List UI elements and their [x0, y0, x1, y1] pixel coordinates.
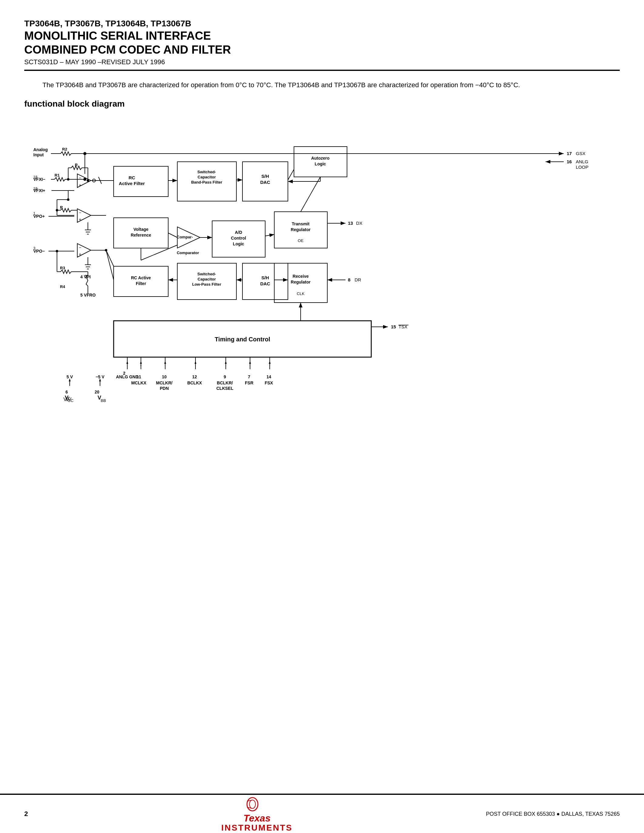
svg-text:DAC: DAC	[260, 281, 270, 286]
svg-point-76	[56, 250, 58, 252]
svg-text:Voltage: Voltage	[134, 227, 148, 232]
svg-text:Timing and Control: Timing and Control	[215, 336, 270, 343]
footer: 2 Texas INSTRUMENTS POST OFFICE BOX 6553…	[0, 794, 644, 833]
svg-text:Switched-: Switched-	[197, 272, 216, 276]
logo-instruments: INSTRUMENTS	[221, 823, 293, 833]
svg-text:2: 2	[123, 371, 126, 376]
svg-text:−: −	[79, 175, 81, 180]
svg-text:Receive: Receive	[293, 274, 309, 279]
svg-text:Switched-: Switched-	[197, 170, 216, 174]
header: TP3064B, TP3067B, TP13064B, TP13067B MON…	[24, 18, 620, 71]
svg-text:Analog: Analog	[33, 147, 48, 152]
description-text: The TP3064B and TP3067B are characterize…	[24, 80, 620, 90]
svg-text:ANLG: ANLG	[576, 159, 588, 164]
svg-text:+: +	[79, 183, 81, 188]
svg-text:RC Active: RC Active	[131, 275, 151, 280]
svg-point-205	[250, 800, 256, 809]
svg-marker-171	[225, 361, 227, 364]
svg-text:DAC: DAC	[260, 180, 270, 185]
svg-text:17: 17	[567, 151, 572, 156]
footer-address: POST OFFICE BOX 655303 ● DALLAS, TEXAS 7…	[486, 811, 620, 817]
svg-text:+: +	[79, 252, 81, 257]
svg-text:GSX: GSX	[576, 151, 586, 156]
svg-text:−: −	[79, 210, 81, 215]
svg-text:LOOP: LOOP	[576, 164, 589, 170]
svg-text:MCLKX: MCLKX	[131, 380, 147, 385]
svg-text:19: 19	[33, 187, 37, 191]
svg-text:CLK: CLK	[297, 291, 304, 296]
diagram-svg: Analog Input R2 17 GSX 16 ANLG LOOP VFXI…	[24, 115, 618, 448]
svg-text:−5 V: −5 V	[95, 375, 105, 379]
svg-text:MCLKR/: MCLKR/	[156, 380, 173, 385]
svg-text:CLKSEL: CLKSEL	[216, 386, 233, 391]
svg-text:15: 15	[391, 324, 396, 329]
svg-text:PDN: PDN	[160, 386, 169, 391]
svg-marker-176	[249, 361, 251, 364]
svg-text:FSX: FSX	[264, 380, 273, 385]
svg-text:Input: Input	[33, 152, 44, 157]
svg-point-204	[247, 798, 258, 811]
svg-text:FSR: FSR	[245, 380, 253, 385]
svg-text:8: 8	[348, 277, 350, 282]
ti-logo-icon	[239, 795, 275, 813]
svg-text:Capacitor: Capacitor	[198, 175, 216, 179]
svg-text:5 V: 5 V	[66, 375, 73, 379]
svg-marker-162	[164, 361, 166, 364]
svg-line-149	[168, 233, 177, 238]
svg-text:ANLG GND: ANLG GND	[116, 375, 139, 379]
svg-text:3: 3	[33, 246, 35, 251]
svg-text:DX: DX	[356, 220, 362, 226]
svg-text:OE: OE	[298, 238, 304, 243]
svg-text:6: 6	[66, 389, 68, 394]
header-title-line1: TP3064B, TP3067B, TP13064B, TP13067B	[24, 18, 620, 29]
svg-text:Comparator: Comparator	[177, 251, 199, 255]
svg-text:Regulator: Regulator	[291, 280, 311, 285]
svg-point-37	[67, 178, 69, 180]
svg-text:Capacitor: Capacitor	[198, 277, 216, 281]
functional-block-diagram: Analog Input R2 17 GSX 16 ANLG LOOP VFXI…	[24, 115, 618, 448]
svg-text:12: 12	[192, 375, 197, 379]
svg-text:Active Filter: Active Filter	[119, 181, 145, 186]
svg-text:18: 18	[33, 175, 37, 179]
svg-text:S/H: S/H	[261, 174, 269, 179]
svg-text:7: 7	[248, 375, 250, 379]
svg-text:1: 1	[33, 211, 35, 215]
svg-text:BCLKX: BCLKX	[187, 380, 202, 385]
svg-text:CC: CC	[68, 398, 74, 403]
svg-marker-158	[140, 361, 142, 364]
svg-text:Reference: Reference	[130, 233, 151, 238]
svg-text:−: −	[79, 245, 81, 250]
svg-text:R1: R1	[55, 173, 60, 177]
svg-text:10: 10	[162, 375, 167, 379]
svg-text:S/H: S/H	[261, 275, 269, 280]
svg-text:Filter: Filter	[136, 281, 147, 286]
footer-logo: Texas INSTRUMENTS	[221, 795, 293, 833]
svg-text:Logic: Logic	[315, 161, 326, 166]
svg-text:R2: R2	[62, 147, 67, 151]
svg-text:Band-Pass Filter: Band-Pass Filter	[191, 180, 222, 185]
logo-texas: Texas	[243, 813, 270, 823]
svg-text:Control: Control	[231, 236, 246, 241]
svg-text:14: 14	[266, 375, 271, 379]
svg-line-143	[301, 177, 320, 212]
svg-text:Autozero: Autozero	[311, 156, 330, 161]
svg-line-152	[106, 250, 114, 280]
page-container: TP3064B, TP3067B, TP13064B, TP13067B MON…	[0, 0, 644, 833]
svg-rect-118	[177, 263, 237, 299]
svg-text:DR: DR	[354, 277, 361, 282]
header-title-line3: COMBINED PCM CODEC AND FILTER	[24, 43, 620, 57]
svg-text:Compar-: Compar-	[177, 235, 193, 239]
svg-text:BCLKR/: BCLKR/	[217, 380, 233, 385]
svg-text:+: +	[79, 217, 81, 222]
svg-text:Low-Pass Filter: Low-Pass Filter	[192, 282, 221, 286]
svg-marker-180	[269, 361, 270, 364]
svg-text:R3: R3	[60, 265, 65, 270]
svg-marker-167	[195, 361, 196, 364]
svg-text:13: 13	[348, 220, 353, 226]
svg-text:BB: BB	[101, 398, 106, 403]
svg-line-151	[141, 245, 177, 260]
svg-marker-200	[126, 361, 128, 364]
svg-text:Logic: Logic	[233, 241, 244, 246]
header-title-line2: MONOLITHIC SERIAL INTERFACE	[24, 29, 620, 43]
page-number: 2	[24, 810, 28, 818]
